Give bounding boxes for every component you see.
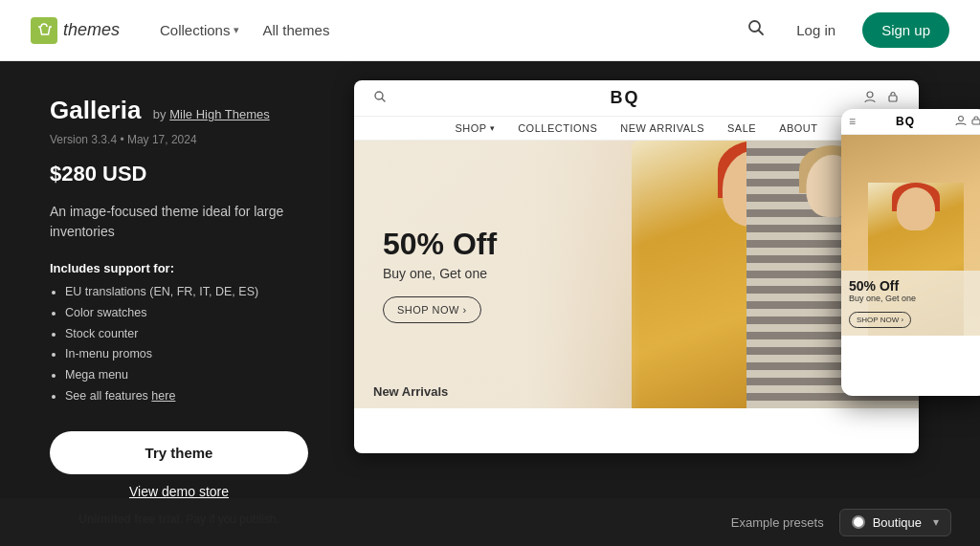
preview-nav-new-arrivals: NEW ARRIVALS xyxy=(620,122,704,134)
theme-name: Galleria xyxy=(50,96,141,124)
mobile-overlay: 50% Off Buy one, Get one SHOP NOW › xyxy=(841,271,980,336)
presets-label: Example presets xyxy=(731,515,824,530)
hero-cta-button[interactable]: SHOP NOW › xyxy=(383,296,481,323)
shopify-bag-icon xyxy=(31,17,57,44)
svg-point-7 xyxy=(958,117,963,121)
mobile-menu-icon: ≡ xyxy=(849,115,856,128)
includes-title: Includes support for: xyxy=(50,261,316,275)
logo-text: themes xyxy=(63,20,120,40)
feature-item: Stock counter xyxy=(65,325,316,343)
preview-new-arrivals: New Arrivals xyxy=(373,384,448,399)
preview-user-icon xyxy=(863,90,877,106)
nav-collections[interactable]: Collections ▾ xyxy=(150,16,249,44)
bottom-bar: Example presets Boutique ▾ xyxy=(0,498,980,546)
theme-price: $280 USD xyxy=(50,162,316,186)
svg-rect-0 xyxy=(31,17,57,44)
preview-logo: BQ xyxy=(611,88,640,108)
features-list: EU translations (EN, FR, IT, DE, ES) Col… xyxy=(50,283,316,408)
svg-line-4 xyxy=(382,98,385,101)
header-right: Log in Sign up xyxy=(743,12,949,48)
search-icon xyxy=(746,18,766,37)
svg-point-5 xyxy=(867,92,873,98)
feature-item: EU translations (EN, FR, IT, DE, ES) xyxy=(65,283,316,301)
nav-all-themes[interactable]: All themes xyxy=(253,16,339,44)
mobile-cart-icon xyxy=(970,115,980,128)
preset-chevron-icon: ▾ xyxy=(933,515,939,529)
theme-version: Version 3.3.4 • May 17, 2024 xyxy=(50,133,316,146)
theme-detail-panel: Galleria by Mile High Themes Version 3.3… xyxy=(0,61,354,546)
preset-selector[interactable]: Boutique ▾ xyxy=(839,509,951,536)
feature-item: Color swatches xyxy=(65,304,316,322)
mobile-sale-text: 50% Off xyxy=(849,278,980,294)
hero-sub-text: Buy one, Get one xyxy=(383,266,612,281)
feature-item: In-menu promos xyxy=(65,345,316,363)
hero-overlay: 50% Off Buy one, Get one SHOP NOW › xyxy=(354,141,641,408)
features-link[interactable]: here xyxy=(151,389,175,403)
preview-nav-about: ABOUT xyxy=(779,122,817,134)
mobile-logo: BQ xyxy=(896,115,915,128)
preview-search-icon xyxy=(373,90,387,106)
svg-rect-6 xyxy=(889,96,897,101)
preview-nav-collections: COLLECTIONS xyxy=(518,122,597,134)
theme-author: by Mile High Themes xyxy=(153,107,270,121)
login-button[interactable]: Log in xyxy=(785,16,847,44)
preview-icons xyxy=(863,90,900,106)
theme-description: An image-focused theme ideal for large i… xyxy=(50,202,316,242)
signup-button[interactable]: Sign up xyxy=(862,12,949,48)
mobile-cta[interactable]: SHOP NOW › xyxy=(849,312,911,328)
hero-sale-text: 50% Off xyxy=(383,227,612,262)
feature-item: Mega menu xyxy=(65,366,316,384)
collections-chevron-icon: ▾ xyxy=(234,24,239,36)
collections-label: Collections xyxy=(160,22,230,38)
mobile-hero: 50% Off Buy one, Get one SHOP NOW › xyxy=(841,135,980,336)
mobile-preview: ≡ BQ 50% Off Buy one, xyxy=(841,109,980,396)
site-header: themes Collections ▾ All themes Log in S… xyxy=(0,0,980,61)
all-themes-label: All themes xyxy=(262,22,329,38)
view-demo-link[interactable]: View demo store xyxy=(50,484,308,499)
search-button[interactable] xyxy=(743,14,769,46)
mobile-user-icon xyxy=(955,115,967,128)
feature-item: See all features here xyxy=(65,387,316,405)
preview-hero: 50% Off Buy one, Get one SHOP NOW › New … xyxy=(354,141,919,408)
desktop-preview: BQ SHOP ▾ COLLECTIONS NEW ARRIVALS SALE … xyxy=(354,80,919,453)
mobile-icons xyxy=(955,115,980,128)
theme-preview-panel: BQ SHOP ▾ COLLECTIONS NEW ARRIVALS SALE … xyxy=(354,61,980,546)
preview-nav: SHOP ▾ COLLECTIONS NEW ARRIVALS SALE ABO… xyxy=(354,117,919,141)
preview-nav-shop: SHOP ▾ xyxy=(455,122,495,134)
mobile-sub-text: Buy one, Get one xyxy=(849,294,980,303)
main-area: Galleria by Mile High Themes Version 3.3… xyxy=(0,61,980,546)
preset-name: Boutique xyxy=(873,515,922,530)
try-theme-button[interactable]: Try theme xyxy=(50,431,308,474)
svg-line-2 xyxy=(759,31,764,35)
logo-area[interactable]: themes xyxy=(31,17,120,44)
preview-header: BQ xyxy=(354,80,919,117)
preview-nav-sale: SALE xyxy=(727,122,756,134)
mobile-preview-header: ≡ BQ xyxy=(841,109,980,135)
main-nav: Collections ▾ All themes xyxy=(150,16,339,44)
preset-color-dot xyxy=(852,515,865,529)
preview-cart-icon xyxy=(886,90,900,106)
author-link[interactable]: Mile High Themes xyxy=(169,107,270,121)
svg-rect-8 xyxy=(972,120,980,124)
